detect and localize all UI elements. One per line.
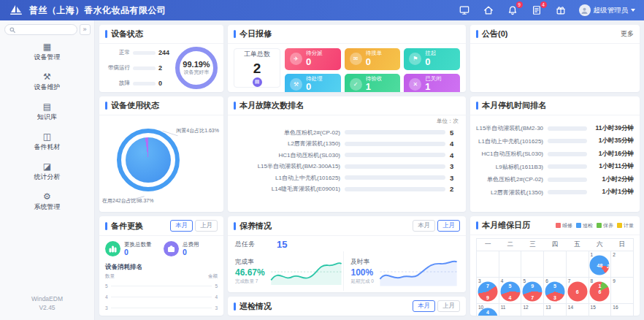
title-accent — [105, 30, 107, 38]
panel-title: 保养情况 — [239, 221, 272, 232]
rank-track — [548, 139, 587, 143]
sidebar-menu-item[interactable]: ⚒ 设备维护 — [0, 67, 94, 97]
rank-row: HC1自动压粉机(SL030) 4 — [234, 151, 460, 159]
last-month-tab[interactable]: 上月 — [437, 300, 460, 312]
bell-icon[interactable]: 9 — [507, 4, 518, 16]
legend-label: 维修 — [562, 222, 572, 229]
calendar-day-cell[interactable]: 14 — [567, 304, 589, 316]
calendar-day-cell[interactable]: 10 4 2 — [477, 304, 499, 316]
this-month-tab[interactable]: 本月 — [413, 300, 435, 312]
repair-status-card[interactable]: ✓ 待验收 1 — [345, 74, 401, 92]
calendar-day-cell[interactable]: 9 — [611, 278, 633, 303]
sidebar-menu-item[interactable]: ⚙ 系统管理 — [0, 187, 94, 217]
this-month-tab[interactable]: 本月 — [170, 220, 193, 232]
downtime-rank-list: L15半自动灌装机(BM2-300A15) 11小时39分钟 L1自动上中壳机(… — [470, 120, 640, 201]
month-toggle: 本月 上月 — [170, 220, 218, 232]
calendar-day-cell[interactable] — [477, 251, 499, 277]
rank-value: 4 — [450, 151, 460, 159]
calendar-day-cell[interactable]: 16 — [611, 304, 633, 316]
inuse-label: 在用242台占比98.37% — [102, 197, 153, 205]
day-pie-chart — [613, 282, 632, 302]
calendar-day-cell[interactable] — [521, 251, 543, 277]
sidebar-menu-item[interactable]: ◫ 备件耗材 — [0, 127, 94, 157]
calendar-day-cell[interactable]: 5 9 7 — [521, 278, 543, 303]
sidebar-collapse-button[interactable]: » — [80, 24, 91, 35]
stat-value: 0 — [183, 248, 199, 257]
search-input[interactable] — [4, 24, 77, 35]
fault-rank-list: 单色压粉机2#(CP-02) 5 L2唇膏灌装机(1350) 4 — [228, 125, 466, 197]
workorder-total-card: 工单总数 2 ▤ — [234, 48, 280, 88]
pie-count-top: 1 — [598, 283, 601, 289]
title-accent — [105, 222, 107, 230]
this-month-tab[interactable]: 本月 — [413, 220, 435, 232]
calendar-day-cell[interactable] — [544, 251, 566, 277]
last-month-tab[interactable]: 上月 — [195, 220, 218, 232]
calendar-day-cell[interactable]: 3 7 9 — [477, 278, 499, 303]
inspection-panel: 巡检情况 本月 上月 总任务 72 — [228, 297, 466, 316]
calendar-day-cell[interactable]: 4 5 4 — [499, 278, 521, 303]
bell-badge: 9 — [516, 1, 523, 8]
user-menu[interactable]: 超级管理员 — [579, 4, 636, 16]
total-cost-stat: 总费用 0 — [164, 241, 218, 257]
sidebar-menu-item[interactable]: ▦ 设备管理 — [0, 37, 94, 67]
rank-value: 5 — [450, 129, 460, 137]
calendar-day-cell[interactable]: 7 6 — [567, 278, 589, 303]
document-badge: 4 — [540, 1, 547, 8]
calendar-day-cell[interactable]: 2 — [611, 251, 633, 277]
calendar-day-cell[interactable]: 15 — [589, 304, 611, 316]
health-rate-donut: 99.19% 设备完好率 — [175, 47, 218, 89]
ontime-rate-block: 及时率 100% 延期完成 0 — [343, 251, 459, 291]
day-pie-chart: 6 1 — [590, 282, 610, 302]
rank-value: 1小时1分钟 — [591, 188, 634, 197]
calendar-day-cell[interactable] — [499, 251, 521, 277]
repair-status-card[interactable]: ✈ 待分派 0 — [285, 48, 341, 70]
rank-row: L1自动上中壳机(101625) 1小时35分钟 — [476, 137, 634, 145]
status-bar-track — [133, 82, 156, 85]
repair-status-card[interactable]: ✉ 待接单 0 — [345, 48, 401, 70]
rank-label: L14睫毛膏灌装机(E09001) — [234, 185, 340, 193]
panel-title: 本月故障次数排名 — [239, 100, 304, 111]
last-month-tab[interactable]: 上月 — [437, 220, 460, 232]
calendar-day-cell[interactable]: 13 — [544, 304, 566, 316]
replace-count-stat: 更换总数量 0 — [105, 241, 159, 257]
panel-title: 设备状态 — [111, 28, 143, 39]
rank-value: 1小时16分钟 — [591, 150, 634, 159]
status-bar-row: 带病运行 2 — [105, 64, 172, 72]
rank-value: 1小时35分钟 — [591, 137, 634, 145]
home-icon[interactable] — [483, 4, 494, 16]
gift-icon[interactable] — [555, 4, 567, 16]
document-icon[interactable]: 4 — [531, 4, 543, 16]
stat-label: 总费用 — [183, 241, 199, 248]
rank-value: 1小时11分钟 — [591, 162, 634, 171]
sidebar-item-label: 系统管理 — [34, 202, 61, 212]
more-link[interactable]: 更多 — [621, 29, 634, 39]
device-status-panel: 设备状态 正常 244 — [99, 25, 223, 92]
rank-label: L2唇膏灌装机(1350) — [476, 188, 543, 197]
sidebar-menu-item[interactable]: ◪ 统计分析 — [0, 157, 94, 187]
day-number: 3 — [478, 278, 481, 283]
sidebar-search-row: » — [4, 24, 91, 35]
sidebar-menu-item[interactable]: ▤ 知识库 — [0, 97, 94, 127]
day-number: 1 — [591, 252, 594, 257]
calendar-day-cell[interactable]: 12 — [521, 304, 543, 316]
calendar-day-cell[interactable] — [567, 251, 589, 277]
pie-count-bottom: 7 — [531, 295, 534, 300]
rank-track — [548, 190, 587, 194]
status-card-label: 待接单 — [366, 50, 383, 57]
calendar-day-cell[interactable]: 11 — [499, 304, 521, 316]
calendar-day-cell[interactable]: 8 6 1 — [589, 278, 611, 303]
calendar-day-cell[interactable]: 6 5 3 — [544, 278, 566, 303]
day-number: 7 — [568, 278, 571, 283]
repair-status-cards: ✈ 待分派 0 ✉ 待接单 — [285, 48, 460, 88]
repair-status-card[interactable]: ✕ 已关闭 1 — [404, 74, 460, 92]
repair-status-card[interactable]: ⚑ 挂起 0 — [404, 48, 460, 70]
left-axis-label: 数量 — [105, 273, 115, 280]
calendar-day-cell[interactable]: 1 48 2 — [589, 251, 611, 277]
repair-status-card[interactable]: ⚒ 待处理 0 — [285, 74, 341, 92]
status-card-value: 0 — [306, 57, 323, 68]
health-rate-value: 99.19% — [183, 60, 210, 69]
topbar: 普丝（上海）香水化妆品有限公司 9 4 — [0, 0, 644, 20]
rank-track — [345, 153, 445, 157]
rank-row: L2唇膏灌装机(1350) 4 — [234, 140, 460, 148]
screen-icon[interactable] — [459, 4, 470, 16]
